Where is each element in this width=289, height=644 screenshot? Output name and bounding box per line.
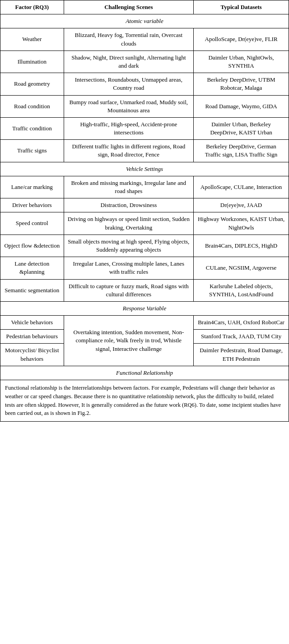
footer-row: Functional relationship is the Interrela…	[0, 380, 289, 422]
table-header: Factor (RQ3) Challenging Scenes Typical …	[0, 0, 289, 14]
table-row: Vehicle behaviorsOvertaking intention, S…	[0, 316, 289, 330]
factor-cell: Road condition	[0, 95, 64, 117]
factor-cell: Speed control	[0, 212, 64, 235]
col-header-scenes: Challenging Scenes	[64, 0, 194, 14]
factor-cell: Lane/car marking	[0, 176, 64, 198]
factor-cell: Opject flow &detection	[0, 235, 64, 257]
factor-cell: Pedestrian behaviours	[0, 330, 64, 344]
section-label: Response Variable	[0, 301, 289, 315]
table-row: Road conditionBumpy road surface, Unmark…	[0, 95, 289, 117]
table-row: Speed controlDriving on highways or spee…	[0, 212, 289, 235]
scenes-cell: Broken and missing markings, Irregular l…	[64, 176, 194, 198]
section-label: Functional Relationship	[0, 366, 289, 380]
factor-cell: Vehicle behaviors	[0, 316, 64, 330]
factor-cell: Illumination	[0, 51, 64, 73]
table-row: Road geometryIntersections, Roundabouts,…	[0, 73, 289, 95]
datasets-cell: Berkeley DeepDrive, German Traffic sign,…	[194, 140, 289, 162]
datasets-cell: Stanford Track, JAAD, TUM City	[194, 330, 289, 344]
datasets-cell: Karlsruhe Labeled objects, SYNTHIA, Lost…	[194, 279, 289, 301]
table-row: Lane detection &planningIrregular Lanes,…	[0, 257, 289, 279]
scenes-cell: Difficult to capture or fuzzy mark, Road…	[64, 279, 194, 301]
datasets-cell: Dr(eye)ve, JAAD	[194, 198, 289, 212]
factor-cell: Traffic condition	[0, 117, 64, 139]
datasets-cell: Daimler Urban, NightOwls, SYNTHIA	[194, 51, 289, 73]
scenes-cell: Overtaking intention, Sudden movement, N…	[64, 316, 194, 366]
factor-cell: Weather	[0, 28, 64, 51]
datasets-cell: Daimler Urban, Berkeley DeepDrive, KAIST…	[194, 117, 289, 139]
datasets-cell: Berkeley DeepDrive, UTBM Robotcar, Malag…	[194, 73, 289, 95]
datasets-cell: ApolloScape, Dr(eye)ve, FLIR	[194, 28, 289, 51]
table-row: Traffic conditionHigh-traffic, High-spee…	[0, 117, 289, 139]
col-header-factor: Factor (RQ3)	[0, 0, 64, 14]
col-header-datasets: Typical Datasets	[194, 0, 289, 14]
table-row: WeatherBlizzard, Heavy fog, Torrential r…	[0, 28, 289, 51]
table-row: Semantic segmentationDifficult to captur…	[0, 279, 289, 301]
scenes-cell: Blizzard, Heavy fog, Torrential rain, Ov…	[64, 28, 194, 51]
section-header-3: Functional Relationship	[0, 366, 289, 380]
scenes-cell: Bumpy road surface, Unmarked road, Muddy…	[64, 95, 194, 117]
factor-cell: Semantic segmentation	[0, 279, 64, 301]
table-row: Driver behaviorsDistraction, DrowsinessD…	[0, 198, 289, 212]
scenes-cell: Irregular Lanes, Crossing multiple lanes…	[64, 257, 194, 279]
factor-cell: Road geometry	[0, 73, 64, 95]
section-header-0: Atomic variable	[0, 14, 289, 28]
scenes-cell: Small objects moving at high speed, Flyi…	[64, 235, 194, 257]
scenes-cell: Distraction, Drowsiness	[64, 198, 194, 212]
table-row: IlluminationShadow, Night, Direct sunlig…	[0, 51, 289, 73]
datasets-cell: Road Damage, Waymo, GIDA	[194, 95, 289, 117]
datasets-cell: Highway Workzones, KAIST Urban, NightOwl…	[194, 212, 289, 235]
datasets-cell: Daimler Pedestrain, Road Damage, ETH Ped…	[194, 344, 289, 366]
scenes-cell: Different traffic lights in different re…	[64, 140, 194, 162]
main-table: Factor (RQ3) Challenging Scenes Typical …	[0, 0, 289, 422]
section-header-2: Response Variable	[0, 301, 289, 315]
footer-text: Functional relationship is the Interrela…	[0, 380, 289, 422]
scenes-cell: Shadow, Night, Direct sunlight, Alternat…	[64, 51, 194, 73]
datasets-cell: ApolloScape, CULane, Interaction	[194, 176, 289, 198]
scenes-cell: Driving on highways or speed limit secti…	[64, 212, 194, 235]
scenes-cell: High-traffic, High-speed, Accident-prone…	[64, 117, 194, 139]
table-row: Opject flow &detectionSmall objects movi…	[0, 235, 289, 257]
section-header-1: Vehicle Settings	[0, 162, 289, 176]
section-label: Atomic variable	[0, 14, 289, 28]
datasets-cell: Brain4Cars, DIPLECS, HighD	[194, 235, 289, 257]
table-row: Lane/car markingBroken and missing marki…	[0, 176, 289, 198]
factor-cell: Driver behaviors	[0, 198, 64, 212]
scenes-cell: Intersections, Roundabouts, Unmapped are…	[64, 73, 194, 95]
table-row: Traffic signsDifferent traffic lights in…	[0, 140, 289, 162]
factor-cell: Lane detection &planning	[0, 257, 64, 279]
section-label: Vehicle Settings	[0, 162, 289, 176]
datasets-cell: Brain4Cars, UAH, Oxford RobotCar	[194, 316, 289, 330]
factor-cell: Traffic signs	[0, 140, 64, 162]
datasets-cell: CULane, NGSIIM, Argoverse	[194, 257, 289, 279]
factor-cell: Motorcyclist/ Bicyclist behaviors	[0, 344, 64, 366]
